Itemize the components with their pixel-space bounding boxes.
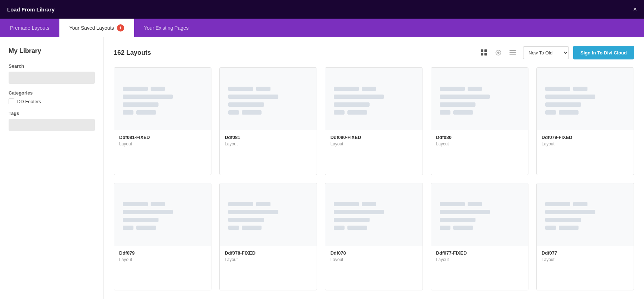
card-type: Layout (330, 141, 417, 146)
card-name: Ddf077-FIXED (436, 250, 523, 256)
card-preview (431, 183, 528, 246)
layout-card[interactable]: Ddf080 Layout (431, 67, 528, 175)
layout-card[interactable]: Ddf081-FIXED Layout (114, 67, 211, 175)
card-preview (537, 183, 634, 246)
tags-label: Tags (9, 111, 95, 116)
card-info: Ddf080 Layout (431, 130, 528, 151)
card-type: Layout (436, 257, 523, 262)
card-preview (114, 183, 211, 246)
svg-point-5 (497, 52, 499, 54)
search-label: Search (9, 63, 95, 69)
card-type: Layout (436, 141, 523, 146)
svg-rect-2 (481, 53, 483, 56)
card-info: Ddf078-FIXED Layout (220, 246, 317, 267)
card-type: Layout (119, 141, 206, 146)
sort-select[interactable]: New To Old Old To New A to Z Z to A (523, 46, 569, 59)
tab-saved-layouts[interactable]: Your Saved Layouts 1 (59, 19, 134, 37)
card-preview (220, 183, 317, 246)
title-bar: Load From Library × (0, 0, 644, 19)
layout-card[interactable]: Ddf080-FIXED Layout (325, 67, 423, 175)
layout-card[interactable]: Ddf077 Layout (536, 183, 634, 291)
card-name: Ddf079-FIXED (542, 135, 629, 140)
card-type: Layout (542, 141, 629, 146)
svg-rect-0 (481, 49, 483, 52)
card-info: Ddf079-FIXED Layout (537, 130, 634, 151)
card-name: Ddf078-FIXED (225, 250, 312, 256)
layout-card[interactable]: Ddf079-FIXED Layout (536, 67, 634, 175)
tab-existing-pages[interactable]: Your Existing Pages (134, 19, 199, 37)
card-info: Ddf081 Layout (220, 130, 317, 151)
card-info: Ddf080-FIXED Layout (325, 130, 422, 151)
sign-in-cloud-button[interactable]: Sign In To Divi Cloud (573, 46, 634, 59)
category-label-dd-footers: DD Footers (17, 99, 41, 104)
card-type: Layout (542, 257, 629, 262)
card-preview (325, 183, 422, 246)
card-preview (114, 68, 211, 130)
layouts-count: 162 Layouts (114, 49, 474, 57)
layout-card[interactable]: Ddf081 Layout (219, 67, 317, 175)
layout-card[interactable]: Ddf078-FIXED Layout (219, 183, 317, 291)
svg-rect-1 (484, 49, 487, 52)
sidebar-title: My Library (9, 47, 95, 55)
card-name: Ddf081 (225, 135, 312, 140)
search-input[interactable] (9, 72, 95, 84)
svg-rect-8 (509, 54, 516, 55)
grid-view-button[interactable] (478, 47, 490, 59)
card-name: Ddf080-FIXED (330, 135, 417, 140)
sidebar: My Library Search Categories DD Footers … (0, 37, 104, 299)
layouts-grid: Ddf081-FIXED Layout Ddf081 Layout (114, 67, 634, 290)
card-preview (431, 68, 528, 130)
card-type: Layout (119, 257, 206, 262)
tab-premade-layouts[interactable]: Premade Layouts (0, 19, 59, 37)
card-type: Layout (225, 257, 312, 262)
card-info: Ddf079 Layout (114, 246, 211, 267)
tab-bar: Premade Layouts Your Saved Layouts 1 You… (0, 19, 644, 37)
tags-input[interactable] (9, 119, 95, 131)
main-content: My Library Search Categories DD Footers … (0, 37, 644, 299)
card-name: Ddf080 (436, 135, 523, 140)
layout-card[interactable]: Ddf079 Layout (114, 183, 211, 291)
card-type: Layout (330, 257, 417, 262)
saved-layouts-badge: 1 (117, 24, 124, 32)
category-item-dd-footers: DD Footers (9, 98, 95, 104)
svg-rect-7 (509, 52, 516, 53)
card-preview (537, 68, 634, 130)
view-icons (478, 47, 519, 59)
svg-rect-3 (484, 53, 487, 56)
layout-card[interactable]: Ddf077-FIXED Layout (431, 183, 528, 291)
toolbar: 162 Layouts (114, 46, 634, 59)
card-info: Ddf077-FIXED Layout (431, 246, 528, 267)
categories-label: Categories (9, 90, 95, 96)
list-view-button[interactable] (507, 47, 519, 59)
content-area: 162 Layouts (104, 37, 644, 299)
tags-section: Tags (9, 111, 95, 131)
layout-card[interactable]: Ddf078 Layout (325, 183, 423, 291)
card-info: Ddf078 Layout (325, 246, 422, 267)
card-name: Ddf078 (330, 250, 417, 256)
card-preview (220, 68, 317, 130)
card-name: Ddf077 (542, 250, 629, 256)
close-button[interactable]: × (633, 6, 637, 13)
card-type: Layout (225, 141, 312, 146)
card-name: Ddf079 (119, 250, 206, 256)
card-info: Ddf077 Layout (537, 246, 634, 267)
card-preview (325, 68, 422, 130)
svg-rect-6 (509, 50, 516, 51)
modal-title: Load From Library (7, 6, 55, 13)
filter-view-button[interactable] (492, 47, 504, 59)
category-checkbox-dd-footers[interactable] (9, 98, 14, 104)
modal-container: Load From Library × Premade Layouts Your… (0, 0, 644, 299)
categories-section: Categories DD Footers (9, 90, 95, 104)
card-info: Ddf081-FIXED Layout (114, 130, 211, 151)
card-name: Ddf081-FIXED (119, 135, 206, 140)
